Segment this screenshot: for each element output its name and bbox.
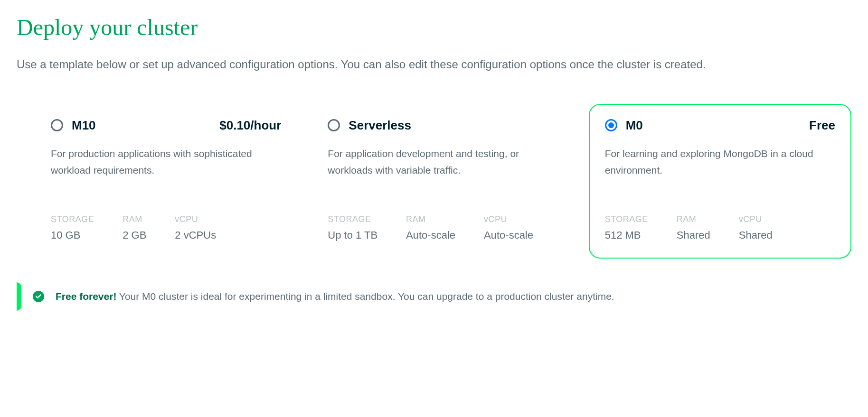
tier-specs: STORAGE 10 GB RAM 2 GB vCPU 2 vCPUs: [51, 214, 281, 241]
check-circle-icon: [33, 291, 44, 302]
tier-description: For application development and testing,…: [328, 145, 558, 197]
spec-label-storage: STORAGE: [328, 214, 377, 224]
tier-name: M0: [626, 118, 801, 133]
banner-bold-text: Free forever!: [56, 291, 116, 302]
tier-name: M10: [72, 118, 211, 133]
spec-value-storage: Up to 1 TB: [328, 229, 377, 241]
banner-text: Free forever! Your M0 cluster is ideal f…: [56, 291, 614, 302]
tier-card-header: M0 Free: [605, 118, 835, 133]
spec-value-storage: 512 MB: [605, 229, 648, 241]
spec-value-vcpu: 2 vCPUs: [175, 229, 216, 241]
spec-value-vcpu: Shared: [739, 229, 773, 241]
tier-card-header: Serverless: [328, 118, 558, 133]
spec-label-ram: RAM: [677, 214, 710, 224]
spec-label-vcpu: vCPU: [484, 214, 533, 224]
spec-value-ram: Auto-scale: [406, 229, 455, 241]
spec-value-ram: Shared: [677, 229, 710, 241]
tier-price: $0.10/hour: [219, 118, 281, 133]
spec-label-vcpu: vCPU: [739, 214, 773, 224]
spec-label-ram: RAM: [406, 214, 455, 224]
tier-price: Free: [809, 118, 835, 133]
spec-value-ram: 2 GB: [123, 229, 146, 241]
page-title: Deploy your cluster: [17, 14, 851, 40]
tier-card-m0[interactable]: M0 Free For learning and exploring Mongo…: [589, 104, 851, 259]
spec-value-storage: 10 GB: [51, 229, 94, 241]
radio-icon[interactable]: [51, 119, 63, 131]
radio-icon[interactable]: [605, 119, 617, 131]
tier-card-header: M10 $0.10/hour: [51, 118, 281, 133]
tier-specs: STORAGE 512 MB RAM Shared vCPU Shared: [605, 214, 835, 241]
spec-value-vcpu: Auto-scale: [484, 229, 533, 241]
spec-label-storage: STORAGE: [605, 214, 648, 224]
tier-description: For learning and exploring MongoDB in a …: [605, 145, 835, 197]
spec-label-vcpu: vCPU: [175, 214, 216, 224]
tier-name: Serverless: [349, 118, 549, 133]
banner-body-text: Your M0 cluster is ideal for experimenti…: [116, 291, 614, 302]
tier-card-serverless[interactable]: Serverless For application development a…: [311, 104, 574, 259]
page-subtitle: Use a template below or set up advanced …: [17, 54, 810, 75]
spec-label-storage: STORAGE: [51, 214, 94, 224]
tier-cards-container: M10 $0.10/hour For production applicatio…: [35, 104, 851, 259]
tier-description: For production applications with sophist…: [51, 145, 281, 197]
banner-accent-bar: [17, 282, 21, 311]
tier-card-m10[interactable]: M10 $0.10/hour For production applicatio…: [35, 104, 297, 259]
radio-icon[interactable]: [328, 119, 340, 131]
spec-label-ram: RAM: [123, 214, 146, 224]
tier-specs: STORAGE Up to 1 TB RAM Auto-scale vCPU A…: [328, 214, 558, 241]
info-banner: Free forever! Your M0 cluster is ideal f…: [17, 282, 851, 311]
